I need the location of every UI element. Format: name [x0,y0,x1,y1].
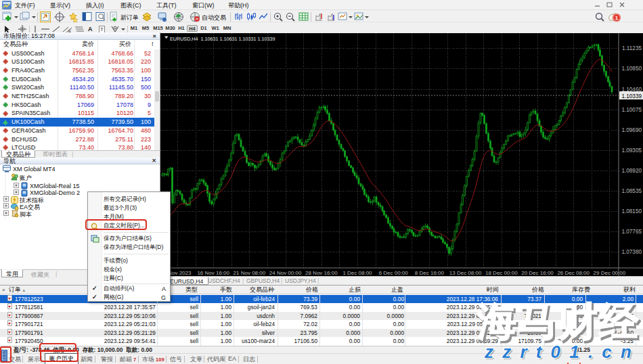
svg-text:1.10339: 1.10339 [621,93,642,99]
svg-text:1.07380: 1.07380 [621,249,642,255]
svg-text:1.10075: 1.10075 [621,107,642,113]
svg-text:26 Dec 08:00: 26 Dec 08:00 [557,270,590,276]
svg-text:8 Dec 16:00: 8 Dec 16:00 [415,270,445,276]
svg-text:1.10850: 1.10850 [621,66,642,72]
svg-text:28 Nov 16:00: 28 Nov 16:00 [305,270,338,276]
svg-text:1.09305: 1.09305 [621,147,642,154]
svg-text:18 Dec 00:00: 18 Dec 00:00 [485,270,518,276]
svg-text:1.08150: 1.08150 [621,208,642,214]
svg-text:6 Dec 00:00: 6 Dec 00:00 [379,270,409,276]
svg-text:21 Nov 08:00: 21 Nov 08:00 [234,270,266,276]
svg-text:16 Nov 16:00: 16 Nov 16:00 [197,270,229,276]
svg-text:24 Nov 00:00: 24 Nov 00:00 [269,270,302,276]
svg-text:1 Dec 08:00: 1 Dec 08:00 [342,270,372,276]
svg-text:zzrt01.cn: zzrt01.cn [484,342,640,362]
svg-text:20 Dec 16:00: 20 Dec 16:00 [521,270,554,276]
svg-text:EURUSD,H4 1.10631 1.10631 1.1: EURUSD,H4 1.10631 1.10631 1.10331 1.1033… [170,36,275,42]
svg-text:1.09690: 1.09690 [621,127,642,133]
svg-text:13 Dec 08:00: 13 Dec 08:00 [449,270,482,276]
svg-text:29 Dec 00:00: 29 Dec 00:00 [594,270,626,276]
svg-text:1.08920: 1.08920 [621,168,642,174]
svg-text:1.11235: 1.11235 [622,45,642,51]
svg-text:海马财经: 海马财经 [476,299,640,343]
svg-text:1.07765: 1.07765 [621,229,642,235]
svg-text:1: 1 [615,15,619,21]
svg-text:1.08535: 1.08535 [621,188,642,194]
